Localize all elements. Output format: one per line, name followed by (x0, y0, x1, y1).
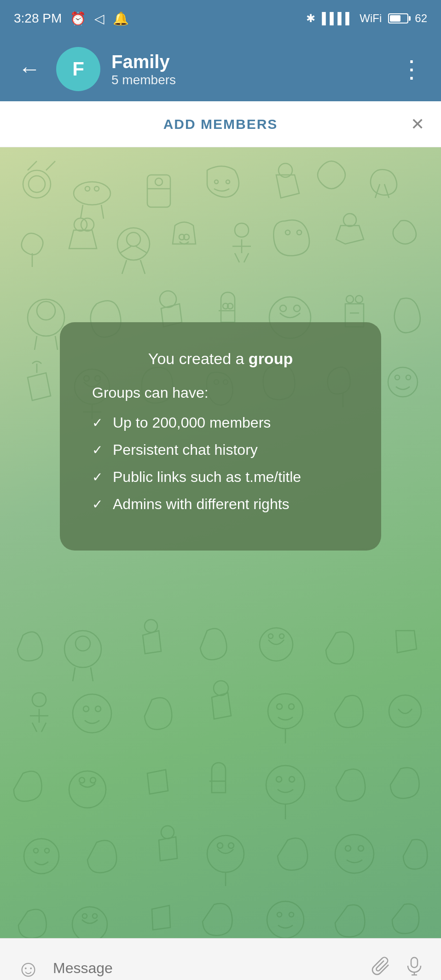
svg-line-3 (46, 161, 55, 170)
svg-line-60 (73, 667, 75, 681)
back-button[interactable]: ← (14, 53, 45, 85)
svg-line-28 (235, 253, 239, 262)
svg-point-0 (23, 170, 51, 198)
svg-point-71 (83, 706, 89, 712)
svg-point-55 (388, 367, 418, 397)
svg-point-81 (90, 777, 96, 783)
svg-point-97 (72, 907, 107, 938)
svg-line-69 (41, 723, 46, 732)
svg-point-94 (335, 835, 374, 873)
info-item-label-2: Persistent chat history (113, 441, 258, 458)
message-input[interactable] (53, 960, 358, 977)
svg-point-31 (297, 230, 302, 235)
svg-line-22 (120, 246, 131, 253)
navigation-icon: ◁ (94, 11, 104, 26)
svg-point-1 (29, 176, 45, 192)
add-members-bar: ADD MEMBERS ✕ (0, 101, 441, 147)
svg-point-82 (266, 765, 305, 804)
info-card-item-4: ✓ Admins with different rights (92, 496, 349, 513)
avatar-label: F (72, 58, 84, 80)
svg-point-79 (69, 771, 106, 808)
info-card-item-1: ✓ Up to 200,000 members (92, 414, 349, 431)
svg-point-88 (45, 848, 49, 853)
svg-point-44 (355, 296, 363, 303)
svg-line-5 (81, 205, 83, 219)
status-bar: 3:28 PM ⏰ ◁ 🔔 ✱ ▌▌▌▌ WiFi 62 (0, 0, 441, 37)
svg-point-59 (75, 636, 90, 651)
svg-point-34 (37, 302, 55, 320)
svg-point-65 (279, 634, 284, 638)
svg-point-80 (79, 777, 85, 783)
svg-line-36 (55, 336, 58, 350)
svg-line-61 (91, 667, 93, 681)
check-icon-4: ✓ (92, 497, 103, 512)
svg-point-89 (161, 826, 174, 839)
svg-point-56 (395, 375, 400, 380)
svg-point-42 (294, 305, 300, 312)
svg-point-96 (358, 846, 364, 851)
svg-rect-9 (147, 175, 170, 207)
svg-line-6 (101, 205, 104, 219)
svg-line-20 (122, 260, 127, 274)
svg-point-74 (268, 694, 303, 729)
group-avatar[interactable]: F (56, 47, 100, 91)
chat-background: You created a group Groups can have: ✓ U… (0, 147, 441, 938)
svg-point-41 (280, 305, 286, 312)
svg-point-4 (74, 182, 110, 205)
svg-point-99 (93, 914, 97, 918)
svg-point-32 (343, 214, 356, 226)
svg-point-19 (127, 232, 140, 246)
svg-point-64 (268, 634, 273, 638)
svg-rect-104 (411, 957, 418, 968)
svg-point-11 (155, 178, 162, 186)
svg-point-73 (214, 681, 228, 696)
mic-button[interactable] (404, 956, 424, 980)
group-member-count: 5 members (111, 73, 384, 87)
svg-point-57 (406, 375, 411, 380)
svg-point-91 (217, 843, 223, 848)
check-icon-1: ✓ (92, 415, 103, 430)
svg-point-98 (82, 914, 87, 918)
info-item-label-3: Public links such as t.me/title (113, 469, 301, 486)
emoji-button[interactable]: ☺ (17, 955, 40, 980)
more-options-button[interactable]: ⋮ (395, 52, 427, 86)
info-title-bold: group (249, 350, 293, 367)
svg-point-7 (85, 186, 90, 191)
svg-point-33 (28, 299, 64, 336)
info-item-label-1: Up to 200,000 members (113, 414, 271, 431)
info-item-label-4: Admins with different rights (113, 496, 290, 513)
info-card: You created a group Groups can have: ✓ U… (60, 322, 381, 551)
svg-point-78 (389, 695, 421, 727)
svg-point-84 (289, 777, 295, 782)
svg-point-101 (277, 912, 282, 917)
close-button[interactable]: ✕ (411, 115, 424, 134)
alert-icon: 🔔 (113, 11, 129, 26)
add-members-label[interactable]: ADD MEMBERS (163, 116, 278, 132)
svg-point-12 (215, 180, 218, 184)
svg-point-75 (277, 704, 282, 709)
svg-point-8 (94, 186, 99, 191)
info-card-item-3: ✓ Public links such as t.me/title (92, 469, 349, 486)
svg-point-102 (289, 912, 294, 917)
nav-bar: ← F Family 5 members ⋮ (0, 37, 441, 101)
svg-point-13 (226, 180, 230, 184)
svg-line-21 (140, 260, 145, 274)
svg-point-30 (285, 230, 290, 235)
bottom-bar: ☺ (0, 938, 441, 980)
svg-line-29 (244, 253, 249, 262)
attach-button[interactable] (371, 956, 391, 980)
svg-point-92 (228, 843, 234, 848)
svg-point-62 (145, 620, 157, 632)
battery-icon (388, 13, 408, 23)
svg-point-86 (24, 839, 59, 874)
battery-fill (390, 15, 400, 22)
svg-point-43 (346, 296, 354, 303)
group-info[interactable]: Family 5 members (111, 51, 384, 87)
svg-point-83 (276, 777, 282, 782)
info-card-title: You created a group (92, 350, 349, 368)
check-icon-3: ✓ (92, 470, 103, 485)
svg-point-37 (160, 291, 176, 307)
check-icon-2: ✓ (92, 442, 103, 458)
svg-point-87 (34, 848, 38, 853)
svg-point-95 (345, 846, 351, 851)
